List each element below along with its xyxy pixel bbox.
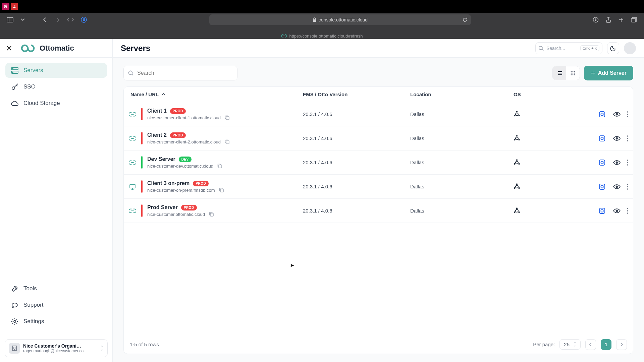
sidebar-item-support[interactable]: Support: [5, 298, 107, 312]
action-open-button[interactable]: [597, 158, 607, 167]
action-view-button[interactable]: [612, 158, 622, 167]
svg-point-81: [627, 213, 628, 214]
close-icon[interactable]: [6, 45, 13, 51]
global-search[interactable]: Search... Cmd + K: [535, 42, 602, 54]
downloads-icon[interactable]: [591, 15, 600, 24]
svg-rect-6: [631, 18, 636, 22]
action-open-button[interactable]: [597, 110, 607, 119]
filter-field[interactable]: [137, 70, 233, 76]
action-view-button[interactable]: [612, 206, 622, 216]
svg-point-25: [574, 74, 575, 75]
page-number-button[interactable]: 1: [601, 339, 611, 350]
action-open-button[interactable]: [597, 206, 607, 216]
svg-point-80: [627, 210, 628, 212]
browser-toolbar: console.ottomatic.cloud https://console.…: [0, 13, 644, 39]
col-header-location[interactable]: Location: [410, 92, 514, 97]
cloud-icon: [11, 100, 19, 106]
copy-icon[interactable]: [225, 139, 230, 144]
sidebar-item-settings[interactable]: Settings: [5, 314, 107, 329]
chevron-updown-icon: ⌃⌄: [574, 343, 576, 347]
search-kbd-hint: Cmd + K: [580, 45, 599, 51]
row-menu-button[interactable]: [627, 208, 628, 214]
nav-back-icon[interactable]: [40, 15, 50, 24]
svg-point-79: [627, 208, 628, 209]
svg-point-18: [572, 71, 573, 72]
svg-point-22: [574, 73, 575, 74]
svg-point-62: [516, 183, 518, 185]
col-header-version[interactable]: FMS / Otto Version: [303, 92, 410, 97]
table-row[interactable]: Client 2PRODnice-customer-client-2.ottom…: [124, 126, 633, 150]
action-view-button[interactable]: [612, 182, 622, 191]
action-open-button[interactable]: [597, 182, 607, 191]
reload-icon[interactable]: [462, 17, 468, 22]
svg-rect-60: [220, 189, 223, 192]
share-icon[interactable]: [604, 15, 613, 24]
devtools-icon[interactable]: [66, 15, 75, 24]
svg-point-20: [571, 73, 572, 74]
svg-point-72: [516, 209, 518, 212]
per-page-select[interactable]: 25 ⌃⌄: [559, 339, 581, 350]
server-version: 20.3.1 / 4.0.6: [303, 160, 410, 165]
copy-icon[interactable]: [217, 164, 222, 169]
browser-tab-icon[interactable]: Z: [11, 3, 18, 10]
browser-tab-icon[interactable]: ⌘: [2, 3, 9, 10]
servers-table: Name / URL FMS / Otto Version Location O…: [123, 86, 633, 354]
avatar[interactable]: [624, 42, 636, 54]
chevron-up-icon: [161, 93, 165, 96]
page-title: Servers: [121, 44, 150, 53]
svg-point-78: [616, 210, 618, 212]
row-menu-button[interactable]: [627, 184, 628, 190]
filter-input[interactable]: [123, 66, 237, 80]
action-view-button[interactable]: [612, 110, 622, 119]
copy-icon[interactable]: [209, 212, 214, 217]
table-row[interactable]: Client 1PRODnice-customer-client-1.ottom…: [124, 102, 633, 126]
svg-rect-53: [599, 160, 605, 165]
action-view-button[interactable]: [612, 134, 622, 143]
page-prev-button[interactable]: [585, 339, 596, 350]
add-server-button[interactable]: Add Server: [584, 66, 633, 80]
sidebar-item-servers[interactable]: Servers: [5, 63, 107, 78]
sidebar-item-cloud-storage[interactable]: Cloud Storage: [5, 96, 107, 111]
tabs-overview-icon[interactable]: [629, 15, 639, 24]
org-email: roger.murtaugh@nicecustomer.co: [23, 349, 84, 353]
search-placeholder: Search...: [546, 46, 565, 51]
copy-icon[interactable]: [219, 188, 224, 193]
svg-point-39: [516, 135, 518, 136]
view-list-button[interactable]: [553, 66, 566, 80]
theme-toggle[interactable]: [607, 42, 619, 54]
url-bar[interactable]: console.ottomatic.cloud: [209, 14, 471, 25]
brand-logo[interactable]: Ottomatic: [21, 43, 74, 53]
svg-point-24: [572, 74, 573, 75]
svg-point-21: [572, 73, 573, 74]
table-row[interactable]: Prod ServerPRODnice-customer.ottomatic.c…: [124, 199, 633, 223]
view-grid-button[interactable]: [566, 66, 580, 80]
svg-point-68: [627, 184, 628, 185]
svg-point-75: [518, 211, 520, 213]
shield-icon[interactable]: [79, 15, 89, 24]
col-header-os[interactable]: OS: [514, 92, 554, 97]
row-menu-button[interactable]: [627, 160, 628, 166]
new-tab-icon[interactable]: [616, 15, 626, 24]
server-version: 20.3.1 / 4.0.6: [303, 184, 410, 189]
action-open-button[interactable]: [597, 134, 607, 143]
row-menu-button[interactable]: [627, 111, 628, 117]
ubuntu-icon: [514, 159, 554, 166]
table-row[interactable]: Dev ServerDEVnice-customer-dev.ottomatic…: [124, 150, 633, 175]
table-row[interactable]: Client 3 on-premPRODnice-customer-on-pre…: [124, 175, 633, 199]
row-menu-button[interactable]: [627, 135, 628, 141]
svg-rect-14: [12, 346, 16, 351]
svg-point-51: [514, 163, 515, 164]
col-header-name[interactable]: Name / URL: [128, 92, 303, 97]
sidebar-item-sso[interactable]: SSO: [5, 79, 107, 95]
tab-dropdown-icon[interactable]: [18, 15, 28, 24]
page-next-button[interactable]: [616, 339, 627, 350]
copy-icon[interactable]: [225, 115, 230, 120]
sidebar-item-tools[interactable]: Tools: [5, 281, 107, 296]
svg-point-61: [516, 185, 518, 188]
env-badge: PROD: [170, 108, 186, 114]
org-switcher[interactable]: Nice Customer's Organi… roger.murtaugh@n…: [5, 339, 108, 357]
sidebar-toggle-icon[interactable]: [5, 15, 15, 24]
env-accent: [141, 108, 143, 120]
server-location: Dallas: [410, 184, 514, 189]
per-page-value: 25: [564, 342, 570, 347]
